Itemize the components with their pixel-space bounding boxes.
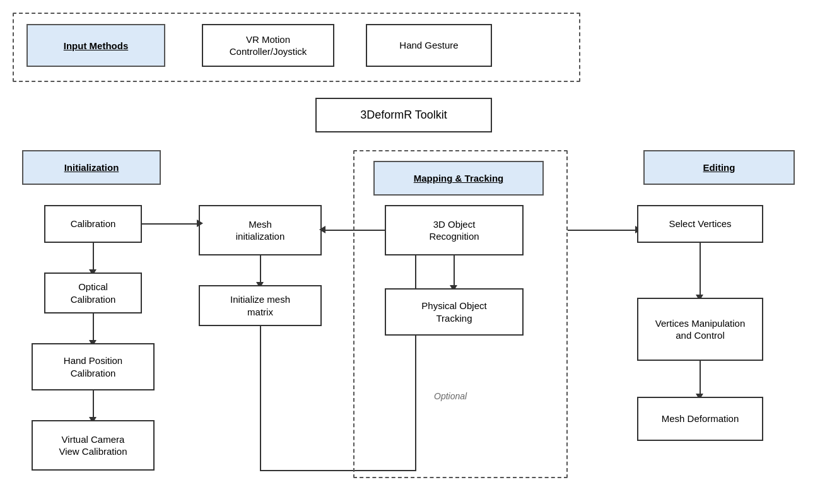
arrow-matrix-down [260, 326, 261, 471]
vertices-manipulation-box: Vertices Manipulationand Control [637, 298, 763, 361]
vr-controller-box: VR MotionController/Joystick [202, 24, 334, 67]
toolkit-box: 3DeformR Toolkit [315, 98, 492, 132]
calibration-box: Calibration [44, 205, 142, 243]
arrow-mesh-matrix [260, 255, 261, 284]
arrowhead-cal-mesh [197, 220, 203, 227]
initialization-header: Initialization [22, 150, 161, 185]
editing-header: Editing [643, 150, 795, 185]
arrow-cal-optical [93, 243, 94, 271]
arrow-cal-mesh [142, 223, 199, 225]
arrow-manipulation-deformation [700, 361, 701, 396]
arrow-optical-hand [93, 314, 94, 342]
mesh-initialization-box: Meshinitialization [199, 205, 322, 255]
input-methods-header: Input Methods [26, 24, 165, 67]
optional-label: Optional [434, 391, 467, 401]
hand-position-calibration-box: Hand PositionCalibration [32, 343, 155, 390]
initialize-mesh-matrix-box: Initialize meshmatrix [199, 285, 322, 326]
physical-object-tracking-box: Physical ObjectTracking [385, 288, 524, 336]
mapping-tracking-header: Mapping & Tracking [373, 161, 544, 196]
optical-calibration-box: OpticalCalibration [44, 273, 142, 314]
virtual-camera-calibration-box: Virtual CameraView Calibration [32, 420, 155, 471]
select-vertices-box: Select Vertices [637, 205, 763, 243]
diagram-container: Input Methods VR MotionController/Joysti… [13, 13, 807, 492]
3d-object-recognition-box: 3D ObjectRecognition [385, 205, 524, 255]
arrow-to-select-vertices [568, 230, 637, 231]
arrow-hand-vcam [93, 390, 94, 419]
arrow-3dobj-tracking [454, 255, 455, 287]
hand-gesture-box: Hand Gesture [366, 24, 492, 67]
mesh-deformation-box: Mesh Deformation [637, 397, 763, 441]
arrow-select-manipulation [700, 243, 701, 296]
